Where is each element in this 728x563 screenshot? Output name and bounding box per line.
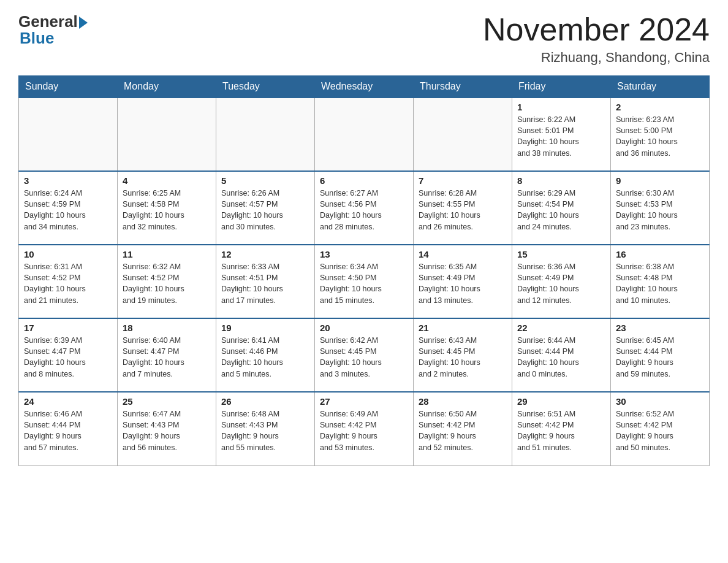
calendar-cell: 30Sunrise: 6:52 AMSunset: 4:42 PMDayligh… — [611, 392, 710, 465]
calendar-cell: 20Sunrise: 6:42 AMSunset: 4:45 PMDayligh… — [315, 318, 414, 392]
calendar-cell: 3Sunrise: 6:24 AMSunset: 4:59 PMDaylight… — [19, 171, 118, 245]
calendar-cell: 24Sunrise: 6:46 AMSunset: 4:44 PMDayligh… — [19, 392, 118, 465]
calendar-cell: 21Sunrise: 6:43 AMSunset: 4:45 PMDayligh… — [414, 318, 512, 392]
calendar-week-row: 10Sunrise: 6:31 AMSunset: 4:52 PMDayligh… — [19, 245, 710, 318]
calendar-week-row: 24Sunrise: 6:46 AMSunset: 4:44 PMDayligh… — [19, 392, 710, 465]
calendar-week-row: 3Sunrise: 6:24 AMSunset: 4:59 PMDaylight… — [19, 171, 710, 245]
calendar-cell: 25Sunrise: 6:47 AMSunset: 4:43 PMDayligh… — [118, 392, 216, 465]
day-number: 30 — [616, 396, 704, 407]
calendar-cell: 27Sunrise: 6:49 AMSunset: 4:42 PMDayligh… — [315, 392, 414, 465]
calendar-cell: 28Sunrise: 6:50 AMSunset: 4:42 PMDayligh… — [414, 392, 512, 465]
day-number: 14 — [419, 249, 507, 259]
calendar-cell: 26Sunrise: 6:48 AMSunset: 4:43 PMDayligh… — [216, 392, 315, 465]
day-number: 18 — [123, 323, 211, 333]
day-number: 26 — [221, 396, 309, 407]
location-subtitle: Rizhuang, Shandong, China — [483, 50, 710, 66]
calendar-cell — [118, 98, 216, 171]
day-number: 9 — [616, 175, 704, 186]
day-info: Sunrise: 6:26 AMSunset: 4:57 PMDaylight:… — [221, 188, 309, 232]
calendar-cell: 11Sunrise: 6:32 AMSunset: 4:52 PMDayligh… — [118, 245, 216, 318]
calendar-table: SundayMondayTuesdayWednesdayThursdayFrid… — [18, 75, 710, 466]
weekday-header-tuesday: Tuesday — [216, 76, 315, 98]
day-number: 19 — [221, 323, 309, 333]
day-number: 17 — [24, 323, 112, 333]
day-info: Sunrise: 6:36 AMSunset: 4:49 PMDaylight:… — [517, 261, 605, 306]
calendar-cell — [19, 98, 118, 171]
calendar-cell: 17Sunrise: 6:39 AMSunset: 4:47 PMDayligh… — [19, 318, 118, 392]
day-info: Sunrise: 6:48 AMSunset: 4:43 PMDaylight:… — [221, 408, 309, 453]
calendar-cell: 6Sunrise: 6:27 AMSunset: 4:56 PMDaylight… — [315, 171, 414, 245]
calendar-cell: 13Sunrise: 6:34 AMSunset: 4:50 PMDayligh… — [315, 245, 414, 318]
day-info: Sunrise: 6:52 AMSunset: 4:42 PMDaylight:… — [616, 408, 704, 453]
day-info: Sunrise: 6:28 AMSunset: 4:55 PMDaylight:… — [419, 188, 507, 232]
calendar-cell: 16Sunrise: 6:38 AMSunset: 4:48 PMDayligh… — [611, 245, 710, 318]
title-section: November 2024 Rizhuang, Shandong, China — [483, 12, 710, 66]
day-number: 21 — [419, 323, 507, 333]
weekday-header-wednesday: Wednesday — [315, 76, 414, 98]
day-info: Sunrise: 6:47 AMSunset: 4:43 PMDaylight:… — [123, 408, 211, 453]
calendar-cell: 22Sunrise: 6:44 AMSunset: 4:44 PMDayligh… — [512, 318, 611, 392]
day-number: 29 — [517, 396, 605, 407]
day-number: 2 — [616, 102, 704, 112]
calendar-cell: 29Sunrise: 6:51 AMSunset: 4:42 PMDayligh… — [512, 392, 611, 465]
calendar-cell: 14Sunrise: 6:35 AMSunset: 4:49 PMDayligh… — [414, 245, 512, 318]
weekday-header-friday: Friday — [512, 76, 611, 98]
day-info: Sunrise: 6:22 AMSunset: 5:01 PMDaylight:… — [517, 114, 605, 159]
day-number: 1 — [517, 102, 605, 112]
day-info: Sunrise: 6:42 AMSunset: 4:45 PMDaylight:… — [320, 335, 408, 380]
day-number: 15 — [517, 249, 605, 259]
weekday-header-monday: Monday — [118, 76, 216, 98]
weekday-header-saturday: Saturday — [611, 76, 710, 98]
calendar-cell: 18Sunrise: 6:40 AMSunset: 4:47 PMDayligh… — [118, 318, 216, 392]
day-info: Sunrise: 6:45 AMSunset: 4:44 PMDaylight:… — [616, 335, 704, 380]
calendar-week-row: 17Sunrise: 6:39 AMSunset: 4:47 PMDayligh… — [19, 318, 710, 392]
calendar-cell — [315, 98, 414, 171]
calendar-cell: 9Sunrise: 6:30 AMSunset: 4:53 PMDaylight… — [611, 171, 710, 245]
calendar-cell — [216, 98, 315, 171]
calendar-cell: 7Sunrise: 6:28 AMSunset: 4:55 PMDaylight… — [414, 171, 512, 245]
day-info: Sunrise: 6:46 AMSunset: 4:44 PMDaylight:… — [24, 408, 112, 453]
day-info: Sunrise: 6:29 AMSunset: 4:54 PMDaylight:… — [517, 188, 605, 232]
calendar-cell: 8Sunrise: 6:29 AMSunset: 4:54 PMDaylight… — [512, 171, 611, 245]
day-number: 22 — [517, 323, 605, 333]
calendar-cell: 23Sunrise: 6:45 AMSunset: 4:44 PMDayligh… — [611, 318, 710, 392]
calendar-cell — [414, 98, 512, 171]
day-info: Sunrise: 6:32 AMSunset: 4:52 PMDaylight:… — [123, 261, 211, 306]
day-number: 28 — [419, 396, 507, 407]
day-number: 11 — [123, 249, 211, 259]
day-number: 25 — [123, 396, 211, 407]
page-header: General Blue November 2024 Rizhuang, Sha… — [18, 12, 710, 66]
day-info: Sunrise: 6:38 AMSunset: 4:48 PMDaylight:… — [616, 261, 704, 306]
day-number: 24 — [24, 396, 112, 407]
day-number: 13 — [320, 249, 408, 259]
calendar-cell: 19Sunrise: 6:41 AMSunset: 4:46 PMDayligh… — [216, 318, 315, 392]
day-info: Sunrise: 6:35 AMSunset: 4:49 PMDaylight:… — [419, 261, 507, 306]
day-info: Sunrise: 6:31 AMSunset: 4:52 PMDaylight:… — [24, 261, 112, 306]
day-number: 8 — [517, 175, 605, 186]
calendar-cell: 15Sunrise: 6:36 AMSunset: 4:49 PMDayligh… — [512, 245, 611, 318]
month-title: November 2024 — [483, 12, 710, 47]
logo-arrow-icon — [79, 17, 88, 29]
calendar-cell: 5Sunrise: 6:26 AMSunset: 4:57 PMDaylight… — [216, 171, 315, 245]
day-info: Sunrise: 6:39 AMSunset: 4:47 PMDaylight:… — [24, 335, 112, 380]
day-info: Sunrise: 6:43 AMSunset: 4:45 PMDaylight:… — [419, 335, 507, 380]
day-number: 5 — [221, 175, 309, 186]
day-number: 23 — [616, 323, 704, 333]
day-info: Sunrise: 6:24 AMSunset: 4:59 PMDaylight:… — [24, 188, 112, 232]
calendar-week-row: 1Sunrise: 6:22 AMSunset: 5:01 PMDaylight… — [19, 98, 710, 171]
day-number: 7 — [419, 175, 507, 186]
day-number: 10 — [24, 249, 112, 259]
day-number: 16 — [616, 249, 704, 259]
day-info: Sunrise: 6:27 AMSunset: 4:56 PMDaylight:… — [320, 188, 408, 232]
day-info: Sunrise: 6:30 AMSunset: 4:53 PMDaylight:… — [616, 188, 704, 232]
calendar-cell: 2Sunrise: 6:23 AMSunset: 5:00 PMDaylight… — [611, 98, 710, 171]
day-number: 20 — [320, 323, 408, 333]
day-info: Sunrise: 6:51 AMSunset: 4:42 PMDaylight:… — [517, 408, 605, 453]
day-info: Sunrise: 6:40 AMSunset: 4:47 PMDaylight:… — [123, 335, 211, 380]
day-info: Sunrise: 6:33 AMSunset: 4:51 PMDaylight:… — [221, 261, 309, 306]
day-info: Sunrise: 6:34 AMSunset: 4:50 PMDaylight:… — [320, 261, 408, 306]
day-info: Sunrise: 6:25 AMSunset: 4:58 PMDaylight:… — [123, 188, 211, 232]
logo-blue-text: Blue — [20, 29, 54, 48]
day-number: 12 — [221, 249, 309, 259]
calendar-cell: 1Sunrise: 6:22 AMSunset: 5:01 PMDaylight… — [512, 98, 611, 171]
